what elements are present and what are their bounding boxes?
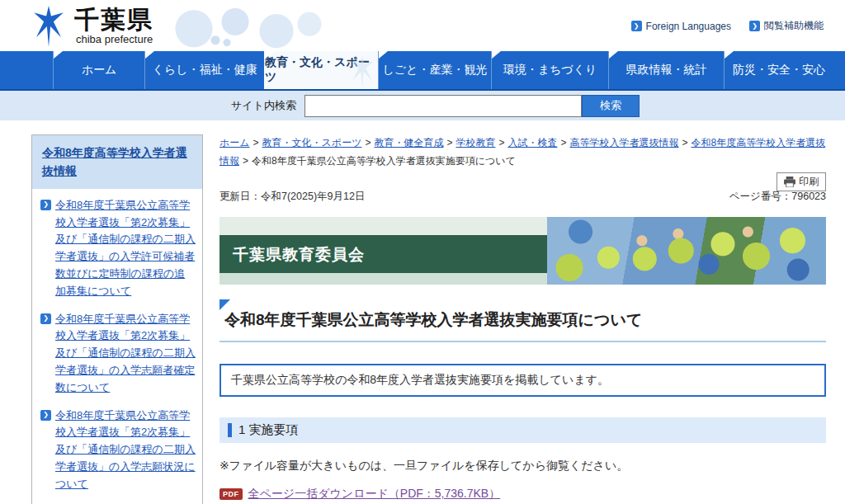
nav-tab-shigoto[interactable]: しごと・産業・観光: [378, 51, 491, 89]
content-area: 令和8年度高等学校入学者選抜情報 令和8年度千葉県公立高等学校入学者選抜「第2次…: [0, 120, 845, 504]
accessibility-link[interactable]: 閲覧補助機能: [749, 19, 824, 33]
title-corner-icon: [220, 299, 230, 310]
pdf-download-row: PDF 全ページ一括ダウンロード（PDF：5,736.7KB）: [220, 487, 826, 502]
sidebar-item[interactable]: 令和8年度千葉県公立高等学校入学者選抜「第2次募集」及び「通信制の課程の二期入学…: [40, 197, 196, 300]
nav-tab-kankyo[interactable]: 環境・まちづくり: [491, 51, 608, 89]
printer-icon: [784, 177, 795, 187]
print-button[interactable]: 印刷: [777, 172, 826, 191]
breadcrumb-separator: >: [446, 137, 452, 148]
sidebar-item-label: 令和8年度千葉県公立高等学校入学者選抜「第2次募集」及び「通信制の課程の二期入学…: [55, 311, 196, 397]
file-size-note: ※ファイル容量が大きいものは、一旦ファイルを保存してから御覧ください。: [220, 459, 826, 473]
chevron-right-icon: [40, 313, 51, 324]
nav-tab-kensei[interactable]: 県政情報・統計: [608, 51, 724, 89]
breadcrumb-link[interactable]: 高等学校入学者選抜情報: [569, 137, 678, 148]
chevron-right-icon: [40, 410, 51, 421]
nav-tab-kurashi[interactable]: くらし・福祉・健康: [144, 51, 264, 89]
breadcrumb-link[interactable]: 学校教育: [456, 137, 495, 148]
section-heading: 1 実施要項: [220, 417, 826, 443]
site-name: 千葉県: [74, 6, 153, 33]
banner-title: 千葉県教育委員会: [233, 244, 365, 266]
nav-tab-kyoiku-label: 教育・文化・スポーツ: [265, 55, 378, 85]
section-heading-bar: [228, 423, 232, 437]
tree-decoration: [161, 3, 326, 49]
breadcrumb-separator: >: [560, 137, 566, 148]
breadcrumb-separator: >: [682, 137, 687, 148]
breadcrumb-separator: >: [253, 137, 259, 148]
pdf-icon: PDF: [220, 488, 243, 500]
nav-spacer: [833, 51, 845, 89]
accessibility-label: 閲覧補助機能: [764, 19, 824, 33]
chiba-logo[interactable]: 千葉県 chiba prefecture: [31, 6, 153, 47]
breadcrumb-current: 令和8年度千葉県公立高等学校入学者選抜実施要項について: [252, 155, 516, 167]
chiba-emblem-icon: [31, 6, 66, 47]
sidebar-item-label: 令和8年度千葉県公立高等学校入学者選抜「第2次募集」及び「通信制の課程の二期入学…: [55, 407, 196, 493]
foreign-languages-label: Foreign Languages: [646, 21, 731, 32]
sidebar-item[interactable]: 令和8年度千葉県公立高等学校入学者選抜「第2次募集」及び「通信制の課程の二期入学…: [40, 407, 196, 493]
sidebar: 令和8年度高等学校入学者選抜情報 令和8年度千葉県公立高等学校入学者選抜「第2次…: [31, 134, 203, 504]
site-search-label: サイト内検索: [231, 98, 296, 113]
breadcrumb: ホーム>教育・文化・スポーツ>教育・健全育成>学校教育>入試・検査>高等学校入学…: [220, 134, 826, 170]
chevron-right-icon: [749, 21, 760, 31]
nav-tab-bosai[interactable]: 防災・安全・安心: [724, 51, 833, 89]
sidebar-list: 令和8年度千葉県公立高等学校入学者選抜「第2次募集」及び「通信制の課程の二期入学…: [32, 189, 202, 504]
breadcrumb-link[interactable]: ホーム: [220, 137, 250, 148]
chevron-right-icon: [40, 200, 51, 210]
page-meta-row: 更新日：令和7(2025)年9月12日 ページ番号：796023: [220, 190, 826, 204]
header-utility-links: Foreign Languages 閲覧補助機能: [631, 19, 824, 33]
nav-tab-kyoiku[interactable]: 教育・文化・スポーツ: [264, 51, 378, 89]
site-header: 千葉県 chiba prefecture Foreign Languages 閲…: [0, 0, 845, 51]
nav-spacer: [0, 51, 53, 89]
chevron-right-icon: [631, 21, 642, 31]
page-title: 令和8年度千葉県公立高等学校入学者選抜実施要項について: [224, 309, 826, 331]
site-name-en: chiba prefecture: [76, 33, 153, 45]
main-nav: ホーム くらし・福祉・健康 教育・文化・スポーツ しごと・産業・観光 環境・まち…: [0, 51, 845, 91]
foreign-languages-link[interactable]: Foreign Languages: [631, 19, 731, 33]
nav-tab-home[interactable]: ホーム: [53, 51, 144, 89]
page-description-box: 千葉県公立高等学校の令和8年度入学者選抜実施要項を掲載しています。: [220, 364, 826, 397]
breadcrumb-separator: >: [498, 137, 504, 148]
breadcrumb-link[interactable]: 入試・検査: [507, 137, 557, 148]
page-description: 千葉県公立高等学校の令和8年度入学者選抜実施要項を掲載しています。: [231, 373, 609, 386]
students-photo: [547, 217, 826, 285]
main-column: ホーム>教育・文化・スポーツ>教育・健全育成>学校教育>入試・検査>高等学校入学…: [220, 134, 826, 504]
breadcrumb-separator: >: [243, 155, 248, 167]
sidebar-item[interactable]: 令和8年度千葉県公立高等学校入学者選抜「第2次募集」及び「通信制の課程の二期入学…: [40, 311, 196, 397]
sidebar-item-label: 令和8年度千葉県公立高等学校入学者選抜「第2次募集」及び「通信制の課程の二期入学…: [55, 197, 196, 300]
updated-date: 更新日：令和7(2025)年9月12日: [220, 190, 365, 204]
site-search-bar: サイト内検索 検索: [0, 91, 845, 120]
page-number: ページ番号：796023: [729, 190, 826, 204]
breadcrumb-link[interactable]: 教育・健全育成: [374, 137, 443, 148]
pdf-download-link[interactable]: 全ページ一括ダウンロード（PDF：5,736.7KB）: [248, 487, 501, 502]
board-of-education-banner: 千葉県教育委員会: [220, 217, 826, 285]
print-label: 印刷: [799, 175, 819, 189]
site-search-input[interactable]: [304, 95, 582, 117]
sidebar-title-link[interactable]: 令和8年度高等学校入学者選抜情報: [32, 135, 202, 189]
breadcrumb-separator: >: [365, 137, 371, 148]
page-title-block: 令和8年度千葉県公立高等学校入学者選抜実施要項について: [220, 298, 826, 342]
breadcrumb-link[interactable]: 教育・文化・スポーツ: [262, 137, 362, 148]
search-button[interactable]: 検索: [582, 95, 640, 117]
section-heading-text: 1 実施要項: [238, 422, 299, 438]
